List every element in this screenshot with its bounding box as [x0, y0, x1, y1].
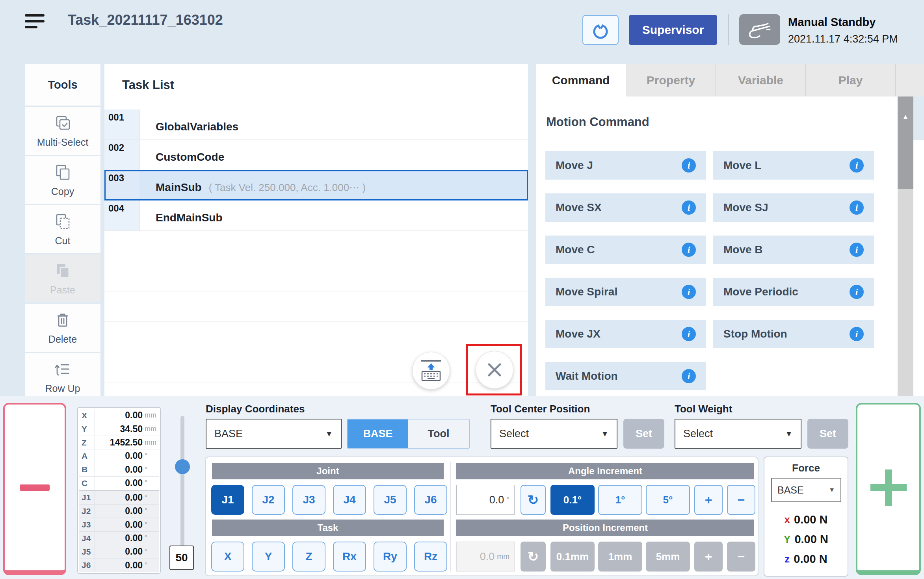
angle-increment-input[interactable]: 0.0 °: [456, 485, 515, 515]
scrollbar-track[interactable]: ▲: [898, 96, 913, 396]
position-plus-button[interactable]: +: [694, 542, 723, 572]
move-jx-button[interactable]: Move JX i: [545, 320, 706, 348]
force-card: Force BASE ▼ x 0.00 N Y 0.00 N z 0.00 N: [764, 457, 848, 577]
info-icon[interactable]: i: [850, 243, 864, 257]
angle-reset-button[interactable]: ↻: [521, 485, 546, 515]
position-option-5mm[interactable]: 5mm: [646, 542, 690, 572]
move-l-button[interactable]: Move L i: [713, 151, 874, 180]
info-icon[interactable]: i: [850, 158, 864, 173]
task-row[interactable]: 002 CustomCode: [104, 140, 528, 170]
reset-icon: ↻: [528, 549, 539, 564]
tools-item-multi-select[interactable]: Multi-Select: [25, 107, 100, 155]
speed-slider-handle[interactable]: [175, 459, 190, 474]
task-list-title: Task List: [122, 78, 174, 92]
jog-j4-button[interactable]: J4: [333, 485, 366, 515]
toggle-tool[interactable]: Tool: [408, 419, 469, 448]
tool-center-position-set-button[interactable]: Set: [623, 419, 664, 449]
move-c-button[interactable]: Move C i: [545, 236, 706, 264]
tools-item-row-up[interactable]: Row Up: [25, 353, 100, 396]
move-j-button[interactable]: Move J i: [545, 151, 706, 180]
jog-j3-button[interactable]: J3: [292, 485, 325, 515]
display-coordinates-dropdown[interactable]: BASE ▼: [206, 419, 342, 449]
tool-weight-set-button[interactable]: Set: [807, 419, 848, 449]
position-minus-button[interactable]: −: [727, 542, 755, 572]
jog-rz-button[interactable]: Rz: [414, 542, 447, 572]
move-spiral-button[interactable]: Move Spiral i: [545, 278, 706, 306]
jog-minus-button[interactable]: [3, 403, 66, 575]
jog-j1-button[interactable]: J1: [211, 485, 244, 515]
wait-motion-button[interactable]: Wait Motion i: [545, 362, 706, 390]
robot-mode-button[interactable]: [739, 14, 780, 45]
supervisor-button[interactable]: Supervisor: [629, 15, 717, 45]
reset-icon: ↻: [528, 492, 539, 508]
coord-row-z: Z1452.50mm: [79, 436, 159, 449]
jog-j6-button[interactable]: J6: [414, 485, 447, 515]
info-icon[interactable]: i: [682, 200, 696, 215]
jog-ry-button[interactable]: Ry: [374, 542, 407, 572]
coord-row-b: B0.00°: [79, 463, 159, 477]
tools-item-cut[interactable]: Cut: [25, 205, 100, 253]
info-icon[interactable]: i: [682, 369, 696, 383]
gripper-button[interactable]: [582, 15, 619, 45]
move-sx-button[interactable]: Move SX i: [545, 193, 706, 222]
tool-weight-dropdown[interactable]: Select ▼: [675, 419, 801, 449]
tools-item-copy[interactable]: Copy: [25, 156, 100, 204]
angle-option-0.1[interactable]: 0.1°: [550, 485, 595, 515]
chevron-down-icon: ▼: [829, 486, 835, 494]
stop-motion-button[interactable]: Stop Motion i: [713, 320, 874, 348]
position-reset-button[interactable]: ↻: [521, 542, 546, 572]
speed-value-input[interactable]: 50: [169, 546, 194, 570]
move-b-button[interactable]: Move B i: [713, 236, 874, 264]
info-icon[interactable]: i: [682, 327, 696, 341]
scrollbar-thumb[interactable]: ▲: [898, 96, 913, 189]
command-panel: Command Property Variable Play Motion Co…: [536, 64, 924, 396]
tab-variable[interactable]: Variable: [716, 64, 805, 96]
jog-j5-button[interactable]: J5: [374, 485, 407, 515]
header-divider: [728, 14, 729, 45]
speed-slider-track[interactable]: [180, 416, 184, 547]
tools-item-paste[interactable]: Paste: [25, 254, 100, 302]
task-row[interactable]: 004 EndMainSub: [104, 200, 528, 231]
info-icon[interactable]: i: [682, 158, 696, 173]
tab-command[interactable]: Command: [536, 64, 626, 96]
tool-center-position-label: Tool Center Position: [491, 403, 590, 415]
jog-y-button[interactable]: Y: [252, 542, 285, 572]
info-icon[interactable]: i: [682, 285, 696, 299]
toggle-base[interactable]: BASE: [348, 419, 408, 448]
jog-rx-button[interactable]: Rx: [333, 542, 366, 572]
gripper-icon: [589, 19, 612, 41]
move-sj-button[interactable]: Move SJ i: [713, 193, 874, 222]
tab-property[interactable]: Property: [626, 64, 716, 96]
angle-option-1[interactable]: 1°: [598, 485, 642, 515]
task-row-selected[interactable]: 003 MainSub ( Task Vel. 250.000, Acc. 1.…: [104, 170, 528, 200]
position-option-1mm[interactable]: 1mm: [598, 542, 642, 572]
task-row[interactable]: 001 GlobalVariables: [104, 109, 528, 140]
angle-minus-button[interactable]: −: [727, 485, 755, 515]
tools-item-delete[interactable]: Delete: [25, 304, 100, 352]
virtual-keyboard-button[interactable]: [412, 352, 450, 390]
position-increment-input[interactable]: 0.0 mm: [456, 542, 515, 572]
info-icon[interactable]: i: [682, 243, 696, 257]
jog-j2-button[interactable]: J2: [252, 485, 285, 515]
position-increment-header: Position Increment: [456, 520, 754, 536]
jog-x-button[interactable]: X: [211, 542, 244, 572]
angle-option-5[interactable]: 5°: [646, 485, 690, 515]
angle-plus-button[interactable]: +: [694, 485, 723, 515]
move-periodic-button[interactable]: Move Periodic i: [713, 278, 874, 306]
coord-row-a: A0.00°: [79, 449, 159, 463]
position-option-0.1mm[interactable]: 0.1mm: [550, 542, 595, 572]
jog-z-button[interactable]: Z: [292, 542, 325, 572]
force-y-row: Y 0.00 N: [764, 533, 848, 546]
cut-icon: [53, 212, 72, 231]
tool-center-position-dropdown[interactable]: Select ▼: [491, 419, 617, 449]
jog-plus-button[interactable]: [856, 403, 921, 575]
info-icon[interactable]: i: [850, 327, 864, 341]
info-icon[interactable]: i: [850, 200, 864, 215]
tab-play[interactable]: Play: [805, 64, 895, 96]
force-frame-dropdown[interactable]: BASE ▼: [771, 478, 841, 502]
info-icon[interactable]: i: [850, 285, 864, 299]
hamburger-menu-icon[interactable]: [25, 14, 45, 31]
display-coordinates-label: Display Coordinates: [206, 403, 305, 415]
teach-pendant-screen: Task_20211117_163102 Supervisor Manual S…: [0, 0, 924, 579]
task-list-panel: Task List 001 GlobalVariables 002 Custom…: [104, 64, 528, 396]
